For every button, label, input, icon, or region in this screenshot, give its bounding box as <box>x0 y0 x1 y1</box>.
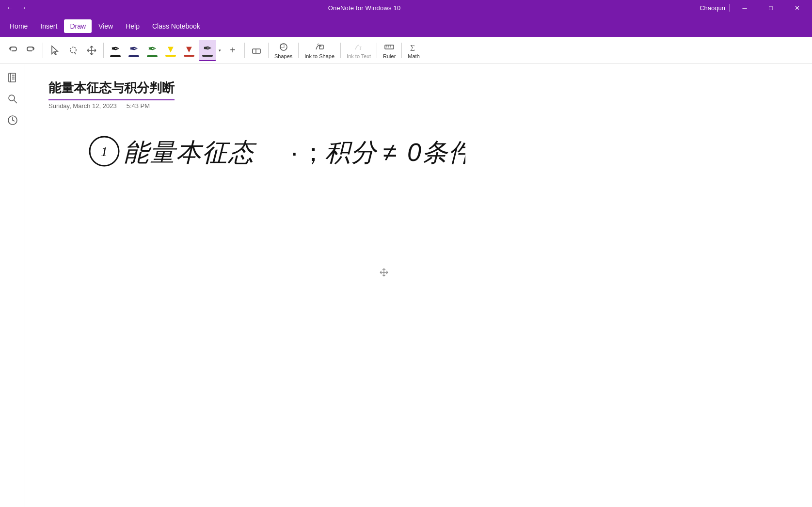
move-button[interactable] <box>83 40 100 61</box>
ruler-button[interactable]: Ruler <box>380 40 398 61</box>
math-icon: ∑ <box>409 42 419 52</box>
svg-rect-1 <box>253 49 260 53</box>
undo-button[interactable] <box>4 40 21 61</box>
svg-point-3 <box>280 44 287 50</box>
svg-text:∑: ∑ <box>410 44 415 51</box>
svg-text:·: · <box>291 138 298 166</box>
app-title: OneNote for Windows 10 <box>29 4 700 12</box>
plus-icon: + <box>230 45 236 56</box>
menu-draw[interactable]: Draw <box>64 19 92 33</box>
ink-to-shape-label: Ink to Shape <box>304 53 334 59</box>
note-content[interactable]: 能量本征态与积分判断 Sunday, March 12, 2023 5:43 P… <box>25 64 812 507</box>
note-meta: Sunday, March 12, 2023 5:43 PM <box>48 102 789 110</box>
svg-text:0条件: 0条件 <box>407 138 465 166</box>
svg-point-17 <box>9 95 15 101</box>
eraser-button[interactable] <box>248 40 265 61</box>
username-label: Chaoqun <box>700 4 725 12</box>
sep-8 <box>401 43 402 58</box>
svg-text:1: 1 <box>101 144 108 159</box>
shapes-button[interactable]: Shapes <box>271 40 295 61</box>
sep-5 <box>298 43 299 58</box>
ink-to-shape-group: Ink to Shape <box>304 42 334 59</box>
pen-dropdown-button[interactable]: ▾ <box>216 40 223 61</box>
active-pen-button[interactable]: ✒ <box>199 40 216 61</box>
ink-to-text-label: Ink to Text <box>347 53 371 59</box>
back-button[interactable]: ← <box>4 2 16 14</box>
svg-text:≠: ≠ <box>383 138 397 166</box>
active-pen-group: ✒ ▾ <box>199 40 223 61</box>
svg-rect-5 <box>319 45 323 49</box>
ruler-label: Ruler <box>383 53 396 59</box>
add-pen-button[interactable]: + <box>224 40 241 61</box>
black-pen-button[interactable]: ✒ <box>107 40 124 61</box>
svg-rect-12 <box>9 73 16 82</box>
select-tool-button[interactable] <box>46 40 64 61</box>
blue-pen-button[interactable]: ✒ <box>125 40 143 61</box>
menu-home[interactable]: Home <box>4 19 33 33</box>
svg-text:积分: 积分 <box>325 138 378 166</box>
redo-button[interactable] <box>22 40 40 61</box>
svg-text:T: T <box>359 45 362 51</box>
shapes-group: Shapes <box>274 42 292 59</box>
draw-toolbar: ✒ ✒ ✒ ▼ ▼ ✒ ▾ <box>0 37 812 64</box>
sep-2 <box>103 43 104 58</box>
svg-line-18 <box>14 100 17 103</box>
handwritten-svg: 1 能量本征态 · ； 积分 ≠ 0条件 <box>78 117 465 195</box>
titlebar-left-nav: ← → <box>4 2 29 14</box>
math-button[interactable]: ∑ Math <box>405 40 422 61</box>
svg-point-0 <box>70 47 76 53</box>
svg-text:能量本征态: 能量本征态 <box>124 138 257 166</box>
shapes-label: Shapes <box>274 53 292 59</box>
ink-to-text-button[interactable]: T Ink to Text <box>344 40 374 61</box>
note-time: 5:43 PM <box>127 102 150 110</box>
left-sidebar <box>0 64 25 507</box>
ink-to-text-icon: T <box>353 42 364 52</box>
ink-to-shape-icon <box>314 42 325 52</box>
search-icon[interactable] <box>3 89 22 109</box>
forward-button[interactable]: → <box>17 2 29 14</box>
redo-icon <box>26 46 36 55</box>
titlebar: ← → OneNote for Windows 10 Chaoqun ─ □ ✕ <box>0 0 812 16</box>
menubar: Home Insert Draw View Help Class Noteboo… <box>0 16 812 37</box>
note-page: 能量本征态与积分判断 Sunday, March 12, 2023 5:43 P… <box>25 64 812 230</box>
menu-class-notebook[interactable]: Class Notebook <box>146 19 206 33</box>
sep-6 <box>340 43 341 58</box>
shapes-icon <box>278 42 289 52</box>
titlebar-divider <box>729 4 730 12</box>
note-date: Sunday, March 12, 2023 <box>48 102 117 110</box>
titlebar-right-nav: Chaoqun ─ □ ✕ <box>700 0 808 16</box>
ink-to-shape-button[interactable]: Ink to Shape <box>302 40 337 61</box>
move-icon <box>86 45 97 56</box>
sep-4 <box>268 43 269 58</box>
sep-3 <box>244 43 245 58</box>
select-icon <box>49 45 60 56</box>
svg-text:；: ； <box>301 138 326 166</box>
ruler-group: Ruler <box>383 42 396 59</box>
yellow-highlighter-button[interactable]: ▼ <box>162 40 179 61</box>
recent-icon[interactable] <box>3 111 22 130</box>
ruler-icon <box>384 42 395 52</box>
note-title: 能量本征态与积分判断 <box>48 79 175 100</box>
close-button[interactable]: ✕ <box>786 0 808 16</box>
red-highlighter-button[interactable]: ▼ <box>180 40 198 61</box>
menu-help[interactable]: Help <box>120 19 145 33</box>
maximize-button[interactable]: □ <box>760 0 782 16</box>
menu-view[interactable]: View <box>93 19 119 33</box>
menu-insert[interactable]: Insert <box>34 19 63 33</box>
move-cursor <box>379 268 389 280</box>
math-label: Math <box>408 53 419 59</box>
green-pen-button[interactable]: ✒ <box>143 40 161 61</box>
notebooks-icon[interactable] <box>3 68 22 87</box>
svg-rect-7 <box>385 45 394 49</box>
ink-to-text-group: T Ink to Text <box>347 42 371 59</box>
sep-7 <box>377 43 377 58</box>
sep-1 <box>43 43 43 58</box>
math-group: ∑ Math <box>408 42 419 59</box>
minimize-button[interactable]: ─ <box>733 0 756 16</box>
undo-icon <box>8 46 17 55</box>
lasso-icon <box>68 45 79 56</box>
handwriting-area: 1 能量本征态 · ； 积分 ≠ 0条件 <box>48 117 789 214</box>
eraser-icon <box>251 45 262 56</box>
lasso-button[interactable] <box>64 40 82 61</box>
